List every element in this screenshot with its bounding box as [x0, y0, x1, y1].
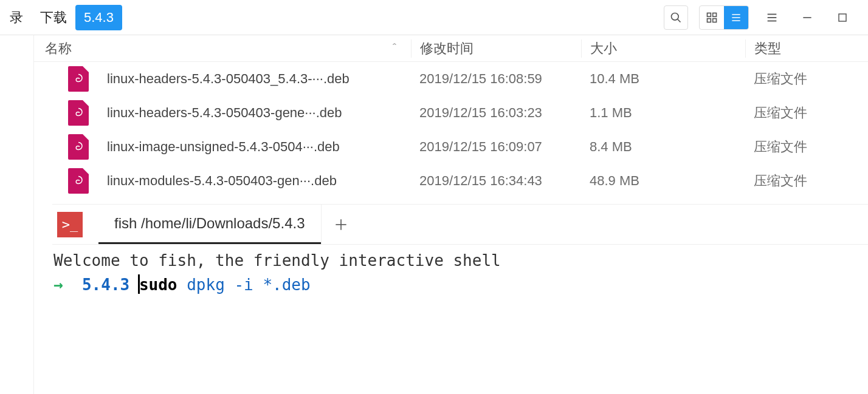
file-name: linux-modules-5.4.3-050403-gen···.deb: [107, 173, 337, 189]
deb-package-icon: [68, 66, 89, 92]
file-type: 压缩文件: [745, 138, 868, 156]
breadcrumb-1[interactable]: 下载: [32, 4, 75, 32]
file-type: 压缩文件: [745, 104, 868, 122]
terminal-new-tab[interactable]: [321, 205, 361, 244]
search-button[interactable]: [664, 5, 688, 30]
file-name: linux-headers-5.4.3-050403-gene···.deb: [107, 105, 342, 121]
breadcrumb-2[interactable]: 5.4.3: [75, 5, 122, 30]
cmd-sudo: sudo: [139, 276, 177, 294]
prompt-arrow: →: [53, 276, 63, 294]
terminal-tabs: >_ fish /home/li/Downloads/5.4.3: [52, 205, 868, 245]
view-list-button[interactable]: [724, 6, 748, 29]
terminal-pane: >_ fish /home/li/Downloads/5.4.3 Welcome…: [52, 204, 868, 394]
file-rows: linux-headers-5.4.3-050403_5.4.3-···.deb…: [34, 62, 868, 198]
column-header-size[interactable]: 大小: [581, 39, 745, 58]
view-mode-group: [699, 5, 749, 30]
svg-rect-3: [713, 13, 717, 16]
grid-icon: [706, 12, 718, 24]
file-mtime: 2019/12/15 16:34:43: [411, 173, 581, 189]
prompt-dir: 5.4.3: [82, 276, 129, 294]
file-size: 48.9 MB: [581, 173, 745, 189]
terminal-app-icon: >_: [57, 212, 83, 237]
file-size: 8.4 MB: [581, 139, 745, 155]
cmd-rest: dpkg -i *.deb: [187, 276, 311, 294]
file-name: linux-headers-5.4.3-050403_5.4.3-···.deb: [107, 71, 350, 87]
file-mtime: 2019/12/15 16:08:59: [411, 71, 581, 87]
file-row[interactable]: linux-headers-5.4.3-050403-gene···.deb 2…: [34, 96, 868, 130]
svg-rect-13: [839, 14, 846, 21]
sort-indicator-icon: ˆ: [393, 42, 396, 55]
menu-button[interactable]: [760, 5, 784, 30]
breadcrumb-0[interactable]: 录: [1, 4, 32, 32]
content: 名称 ˆ 修改时间 大小 类型 linux-headers-5.4.3-0504…: [0, 35, 868, 394]
svg-point-0: [672, 13, 679, 20]
file-mtime: 2019/12/15 16:03:23: [411, 105, 581, 121]
column-header-name[interactable]: 名称 ˆ: [34, 39, 411, 58]
left-gutter: [0, 35, 34, 394]
file-mtime: 2019/12/15 16:09:07: [411, 139, 581, 155]
column-headers: 名称 ˆ 修改时间 大小 类型: [34, 35, 868, 62]
hamburger-icon: [765, 11, 779, 24]
file-type: 压缩文件: [745, 70, 868, 88]
file-size: 10.4 MB: [581, 71, 745, 87]
maximize-button[interactable]: [830, 5, 855, 30]
svg-rect-2: [708, 13, 711, 16]
terminal-welcome: Welcome to fish, the friendly interactiv…: [53, 251, 501, 270]
svg-rect-5: [713, 18, 717, 22]
terminal-body[interactable]: Welcome to fish, the friendly interactiv…: [52, 245, 868, 301]
column-header-mtime[interactable]: 修改时间: [411, 39, 581, 58]
file-size: 1.1 MB: [581, 105, 745, 121]
view-grid-button[interactable]: [700, 6, 724, 29]
deb-package-icon: [68, 100, 89, 126]
file-row[interactable]: linux-headers-5.4.3-050403_5.4.3-···.deb…: [34, 62, 868, 96]
file-name: linux-image-unsigned-5.4.3-0504···.deb: [107, 139, 340, 155]
column-name-label: 名称: [45, 39, 72, 58]
file-row[interactable]: linux-image-unsigned-5.4.3-0504···.deb 2…: [34, 130, 868, 164]
svg-rect-4: [708, 18, 711, 22]
svg-line-1: [678, 19, 681, 22]
terminal-tab[interactable]: fish /home/li/Downloads/5.4.3: [98, 205, 321, 244]
column-header-type[interactable]: 类型: [745, 39, 868, 58]
search-icon: [670, 12, 682, 24]
minimize-button[interactable]: [795, 5, 819, 30]
file-row[interactable]: linux-modules-5.4.3-050403-gen···.deb 20…: [34, 164, 868, 198]
minimize-icon: [801, 12, 813, 24]
plus-icon: [333, 217, 349, 233]
maximize-icon: [837, 12, 848, 23]
main: 名称 ˆ 修改时间 大小 类型 linux-headers-5.4.3-0504…: [34, 35, 868, 394]
toolbar: 录 下载 5.4.3: [0, 0, 868, 35]
toolbar-right: [664, 5, 868, 30]
deb-package-icon: [68, 168, 89, 194]
file-type: 压缩文件: [745, 172, 868, 190]
list-icon: [730, 12, 742, 24]
deb-package-icon: [68, 134, 89, 160]
